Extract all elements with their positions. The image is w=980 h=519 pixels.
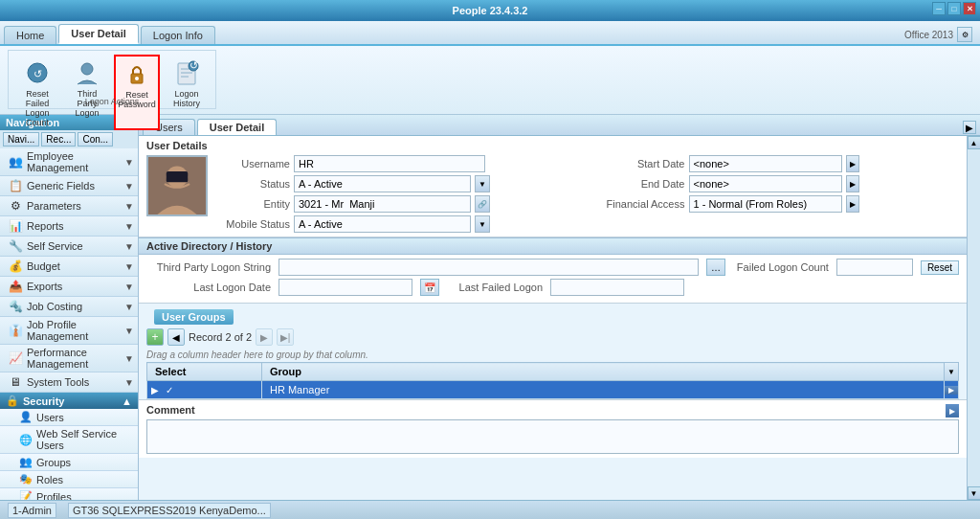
sidebar-item-users[interactable]: 👤 Users <box>0 409 138 426</box>
financial-access-input[interactable] <box>689 195 842 213</box>
sidebar-item-reports[interactable]: 📊 Reports ▼ <box>0 216 138 237</box>
groups-next-btn[interactable]: ▶ <box>256 328 273 346</box>
minimize-btn[interactable]: ─ <box>932 2 946 15</box>
rec-btn[interactable]: Rec... <box>41 132 76 147</box>
logon-actions-group: ↺ Reset FailedLogon Count Third PartyLog… <box>8 50 216 109</box>
user-details-form: User Details <box>139 136 967 237</box>
groups-area: Select Group ▼ ▶ <box>139 362 967 400</box>
col-select: Select <box>147 363 262 381</box>
logon-history-btn[interactable]: ↺ LogonHistory <box>164 55 210 130</box>
sidebar-item-web-self-service[interactable]: 🌐 Web Self Service Users <box>0 426 138 454</box>
users-icon: 👤 <box>19 411 33 423</box>
group-select-checkbox[interactable]: ✓ <box>163 383 176 396</box>
reset-failed-logon-btn[interactable]: ↺ Reset FailedLogon Count <box>14 55 60 130</box>
sidebar-item-roles[interactable]: 🎭 Roles <box>0 471 138 488</box>
last-logon-row: Last Logon Date 2024/02/09 15:17:13 📅 La… <box>146 279 959 296</box>
toolbar: ↺ Reset FailedLogon Count Third PartyLog… <box>0 46 980 115</box>
groups-prev-btn[interactable]: ◀ <box>167 328 185 346</box>
param-icon: ⚙ <box>8 198 23 214</box>
tpl-browse-btn[interactable]: … <box>706 259 725 276</box>
svg-point-2 <box>81 63 93 75</box>
maximize-btn[interactable]: □ <box>947 2 961 15</box>
sidebar-search-row: Navi... Rec... Con... <box>0 130 138 148</box>
start-date-input[interactable] <box>689 155 842 172</box>
mobile-status-dropdown-btn[interactable]: ▼ <box>475 215 490 233</box>
profiles-icon: 📝 <box>19 490 33 500</box>
status-field: Status ▼ <box>223 175 584 192</box>
roles-icon: 🎭 <box>19 473 33 485</box>
end-date-scroll[interactable]: ▶ <box>846 175 859 192</box>
sidebar-item-generic-fields[interactable]: 📋 Generic Fields ▼ <box>0 176 138 196</box>
status-dropdown-btn[interactable]: ▼ <box>475 175 490 192</box>
scroll-up-btn[interactable]: ▲ <box>968 136 981 149</box>
reset-password-btn[interactable]: ResetPassword <box>114 55 160 130</box>
start-date-scroll[interactable]: ▶ <box>846 155 859 172</box>
con-btn[interactable]: Con... <box>78 132 113 147</box>
sidebar-item-job-profile[interactable]: 👔 Job Profile Management ▼ <box>0 317 138 345</box>
close-btn[interactable]: ✕ <box>963 2 976 15</box>
st-arrow: ▼ <box>124 377 134 388</box>
user-groups-header-wrapper: User Groups <box>139 304 967 327</box>
tab-user-detail[interactable]: User Detail <box>58 24 138 44</box>
jp-arrow: ▼ <box>124 326 134 336</box>
gf-arrow: ▼ <box>124 181 134 192</box>
groups-record-text: Record 2 of 2 <box>189 331 252 343</box>
entity-field: Entity 🔗 <box>223 195 584 213</box>
sidebar-item-groups[interactable]: 👥 Groups <box>0 454 138 471</box>
sidebar-item-self-service[interactable]: 🔧 Self Service ▼ <box>0 237 138 257</box>
tab-logon-info[interactable]: Logon Info <box>141 26 215 44</box>
security-icon: 🔒 <box>6 395 19 407</box>
last-logon-date-input[interactable]: 2024/02/09 15:17:13 <box>278 279 412 296</box>
sidebar-item-performance[interactable]: 📈 Performance Management ▼ <box>0 345 138 372</box>
sidebar-item-parameters[interactable]: ⚙ Parameters ▼ <box>0 196 138 216</box>
sidebar-item-budget[interactable]: 💰 Budget ▼ <box>0 257 138 277</box>
sidebar-item-exports[interactable]: 📤 Exports ▼ <box>0 277 138 297</box>
scroll-down-btn[interactable]: ▼ <box>968 486 981 500</box>
sidebar-content: 👥 Employee Management ▼ 📋 Generic Fields… <box>0 148 138 500</box>
col-scroll: ▼ <box>945 363 959 381</box>
financial-scroll[interactable]: ▶ <box>846 195 859 213</box>
third-party-logon-btn[interactable]: Third PartyLogon <box>64 55 110 130</box>
sidebar-item-system-tools[interactable]: 🖥 System Tools ▼ <box>0 372 138 393</box>
reset-failed-icon: ↺ <box>22 57 53 88</box>
user-details-title: User Details <box>146 140 959 151</box>
exports-icon: 📤 <box>8 279 23 294</box>
sidebar-section-security[interactable]: 🔒 Security ▲ <box>0 393 138 409</box>
failed-logon-count-input[interactable] <box>836 259 913 276</box>
content-scroll-right[interactable]: ▶ <box>963 121 976 134</box>
entity-dropdown-btn[interactable]: 🔗 <box>475 195 490 213</box>
sidebar-item-job-costing[interactable]: 🔩 Job Costing ▼ <box>0 297 138 317</box>
third-party-logon-input[interactable] <box>278 259 699 276</box>
groups-last-btn[interactable]: ▶| <box>277 328 294 346</box>
end-date-input[interactable] <box>689 175 842 192</box>
tab-home[interactable]: Home <box>4 26 56 44</box>
groups-add-btn[interactable]: + <box>146 328 164 346</box>
svg-rect-13 <box>167 171 189 182</box>
sidebar-item-profiles[interactable]: 📝 Profiles <box>0 488 138 500</box>
status-input[interactable] <box>294 175 471 192</box>
username-input[interactable] <box>294 155 485 172</box>
username-field: Username <box>223 155 584 172</box>
settings-btn[interactable]: ⚙ <box>957 27 972 42</box>
navi-btn[interactable]: Navi... <box>3 132 39 147</box>
main-tab-bar: Home User Detail Logon Info Office 2013 … <box>0 21 980 46</box>
groups-toolbar: + ◀ Record 2 of 2 ▶ ▶| <box>139 327 967 348</box>
jp-icon: 👔 <box>8 323 23 338</box>
comment-scroll-btn[interactable]: ▶ <box>946 404 959 417</box>
scroll-track[interactable] <box>968 149 980 486</box>
reset-count-btn[interactable]: Reset <box>921 260 959 275</box>
last-logon-calendar[interactable]: 📅 <box>420 279 439 296</box>
mobile-status-input[interactable] <box>294 215 471 233</box>
entity-input[interactable] <box>294 195 471 213</box>
toolbar-buttons: ↺ Reset FailedLogon Count Third PartyLog… <box>14 55 210 130</box>
end-date-field: End Date ▶ <box>599 175 960 192</box>
sec-arrow: ▲ <box>122 395 132 407</box>
window-controls[interactable]: ─ □ ✕ <box>932 2 976 15</box>
comment-textarea[interactable] <box>146 419 959 454</box>
table-row[interactable]: ▶ ✓ HR Manager ▶ <box>147 381 959 399</box>
em-arrow: ▼ <box>124 157 134 168</box>
last-failed-logon-input[interactable]: 2024/02/09 15:17:06 <box>550 279 684 296</box>
logon-actions-label: Logon Actions <box>9 97 215 106</box>
app-title: People 23.4.3.2 <box>453 5 528 16</box>
sidebar-item-employee-management[interactable]: 👥 Employee Management ▼ <box>0 148 138 176</box>
